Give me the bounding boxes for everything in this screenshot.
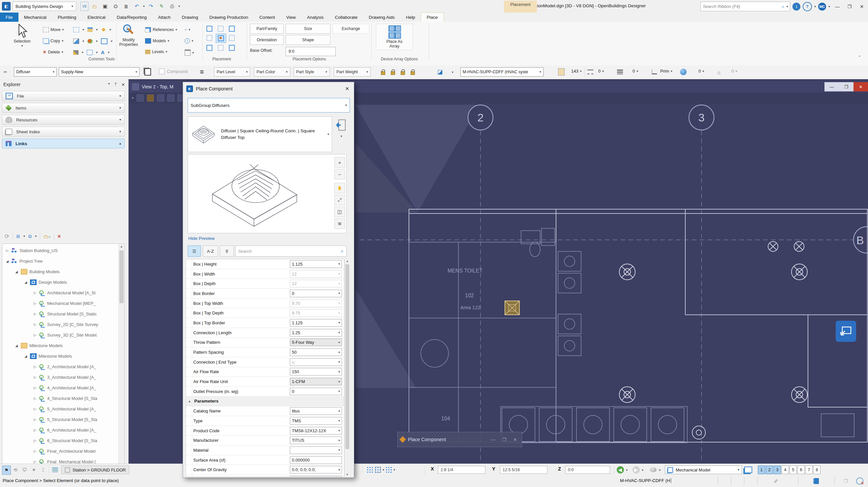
- expander-icon[interactable]: [23, 280, 28, 284]
- part-style-dropdown[interactable]: Part Style▾: [293, 67, 330, 77]
- property-value[interactable]: 5-Four Way ▾: [290, 338, 342, 346]
- print-icon[interactable]: ⎙: [168, 2, 177, 10]
- view-attributes-icon[interactable]: ▾: [132, 96, 133, 100]
- parameter-value[interactable]: TMS ▾: [290, 417, 342, 425]
- property-value[interactable]: -; ▾: [290, 358, 342, 366]
- property-value[interactable]: 1.125 ▾: [290, 260, 342, 268]
- dialog-title-bar[interactable]: ◧ Place Component ✕: [183, 82, 354, 95]
- accusnap-toggle-icon[interactable]: ⚑: [2, 465, 11, 475]
- selected-diffuser[interactable]: [505, 301, 519, 315]
- expander-icon[interactable]: [33, 375, 37, 379]
- cell-tools-icon[interactable]: [101, 38, 107, 44]
- help-icon[interactable]: ?: [803, 2, 812, 11]
- active-angle-icon[interactable]: ◪: [436, 68, 444, 76]
- pip-view-button[interactable]: [836, 321, 856, 342]
- view-toggle-button[interactable]: 7: [805, 465, 813, 474]
- line-style-icon[interactable]: [586, 68, 594, 76]
- property-value[interactable]: 1-CFM ▾: [290, 378, 342, 385]
- snap-history-icon[interactable]: ⟲: [11, 465, 20, 474]
- place-as-array-button[interactable]: Place As Array: [376, 24, 413, 50]
- undo-icon[interactable]: ↶: [132, 2, 141, 10]
- ref-icon[interactable]: Survey_3D [C_Site Model.: [2, 330, 124, 340]
- ref-icon[interactable]: 6_Structural Model [S_Sta: [2, 435, 124, 446]
- part-family-button[interactable]: Part/Family: [250, 24, 284, 34]
- element-selection-icon[interactable]: [73, 39, 79, 44]
- app-icon[interactable]: ◧: [2, 2, 10, 10]
- move-button[interactable]: Move▾: [43, 27, 64, 32]
- property-value[interactable]: 12 ▾: [290, 280, 342, 287]
- anchor-bottom-left[interactable]: [205, 43, 214, 52]
- minimize-button[interactable]: —: [832, 2, 842, 11]
- expander-icon[interactable]: [33, 449, 37, 453]
- grid-config-icon[interactable]: [375, 466, 381, 473]
- display-style-icon[interactable]: ≋: [334, 218, 345, 229]
- references-button[interactable]: References▾: [145, 27, 177, 32]
- ribbon-tab[interactable]: Help: [400, 12, 421, 22]
- expander-icon[interactable]: [33, 312, 37, 316]
- copy-button[interactable]: Copy▾: [43, 38, 63, 43]
- modify-properties-button[interactable]: i Modify Properties: [115, 24, 143, 47]
- view-next-icon[interactable]: ▶: [632, 465, 640, 474]
- shape-button[interactable]: Shape: [286, 35, 331, 45]
- fence-tool-icon[interactable]: [73, 27, 79, 32]
- ribbon-tab[interactable]: Plumbing: [52, 12, 82, 22]
- expander-icon[interactable]: [14, 344, 19, 347]
- property-value[interactable]: 12 ▾: [290, 270, 342, 278]
- folder-icon[interactable]: Building Models: [2, 266, 124, 277]
- rectangle-tool-icon[interactable]: [87, 50, 93, 55]
- active-color-dropdown[interactable]: 143▾: [571, 69, 582, 73]
- expander-icon[interactable]: [33, 460, 37, 463]
- search-options-icon[interactable]: ▾: [786, 5, 788, 8]
- transparency-icon[interactable]: [679, 68, 687, 76]
- ref-icon[interactable]: 3_Architectural Model [A_: [2, 372, 124, 383]
- ref-icon[interactable]: Architectural Model [A_St: [2, 287, 124, 298]
- view-toggle-button[interactable]: 6: [798, 465, 805, 474]
- expander-icon[interactable]: [5, 259, 9, 263]
- save-icon[interactable]: ▣: [101, 2, 110, 10]
- ribbon-search-input[interactable]: Search Ribbon (F4) ⌕ ▾: [701, 2, 790, 11]
- link-tree-view-icon[interactable]: ⊞: [16, 234, 20, 239]
- pan-icon[interactable]: ✋: [334, 183, 345, 193]
- section-resources[interactable]: Resources▾: [2, 115, 125, 125]
- alphabetical-sort-button[interactable]: A-Z: [203, 245, 218, 257]
- property-search-input[interactable]: Search ⌕: [235, 245, 347, 257]
- pin-panel-icon[interactable]: ⍑: [115, 82, 117, 87]
- grid-levels-icon[interactable]: [385, 466, 392, 473]
- ribbon-tab[interactable]: Content: [254, 12, 281, 22]
- match-element-icon[interactable]: =: [198, 68, 206, 76]
- ref-icon[interactable]: 4_Structural Model [S_Sta: [2, 393, 124, 403]
- color-swatch-icon[interactable]: [557, 68, 565, 76]
- component-selector[interactable]: Diffuser | Square Ceiling-Round Conn. | …: [188, 117, 332, 152]
- expander-icon[interactable]: [33, 397, 37, 400]
- anchor-bottom-right[interactable]: [227, 43, 237, 52]
- section-items[interactable]: Items▾: [2, 103, 125, 113]
- open-folder-icon[interactable]: 🗀: [90, 2, 99, 10]
- component-exchange-button[interactable]: ▾: [335, 119, 347, 138]
- fit-view-icon[interactable]: ⤢: [334, 195, 345, 205]
- section-sheet-index[interactable]: Sheet Index▾: [2, 127, 125, 136]
- add-folder-icon[interactable]: 🗀+: [43, 234, 51, 239]
- view-close-button[interactable]: ✕: [854, 82, 868, 91]
- dimension-tool-icon[interactable]: [73, 50, 79, 55]
- expander-icon[interactable]: [33, 407, 37, 411]
- macro-scroll-icon[interactable]: 🗞: [772, 477, 780, 485]
- place-component-mini-window[interactable]: Place Component — ❐ ✕: [397, 432, 522, 447]
- expander-icon[interactable]: [33, 418, 37, 421]
- active-level-combobox[interactable]: M-HVAC-SUPP-CDFF (HVAC syste▾: [460, 67, 544, 77]
- property-value[interactable]: 0 ▾: [290, 388, 342, 395]
- anchor-top-left[interactable]: [205, 24, 214, 33]
- anchor-top-center[interactable]: [216, 24, 225, 33]
- ref-icon[interactable]: Mechanical Model [MEP_: [2, 298, 124, 308]
- ref-icon[interactable]: 2_Architectural Model [A_: [2, 361, 124, 372]
- expander-icon[interactable]: [33, 365, 37, 369]
- selection-mode-icon[interactable]: ⌶: [39, 465, 47, 474]
- filter-button[interactable]: ⚲: [220, 245, 234, 257]
- avatar[interactable]: MC: [818, 3, 826, 10]
- view-toggle-button[interactable]: 3: [774, 465, 781, 474]
- ribbon-tab[interactable]: Attach: [152, 12, 176, 22]
- ref-icon[interactable]: 4_Architectural Model [A_: [2, 383, 124, 393]
- active-model-selector[interactable]: Mechanical Model ▾: [665, 465, 742, 474]
- expander-icon[interactable]: [33, 291, 37, 295]
- keyin-input[interactable]: M-HVAC-SUPP-CDFF (H: [620, 478, 671, 483]
- view-minimize-button[interactable]: —: [825, 82, 839, 91]
